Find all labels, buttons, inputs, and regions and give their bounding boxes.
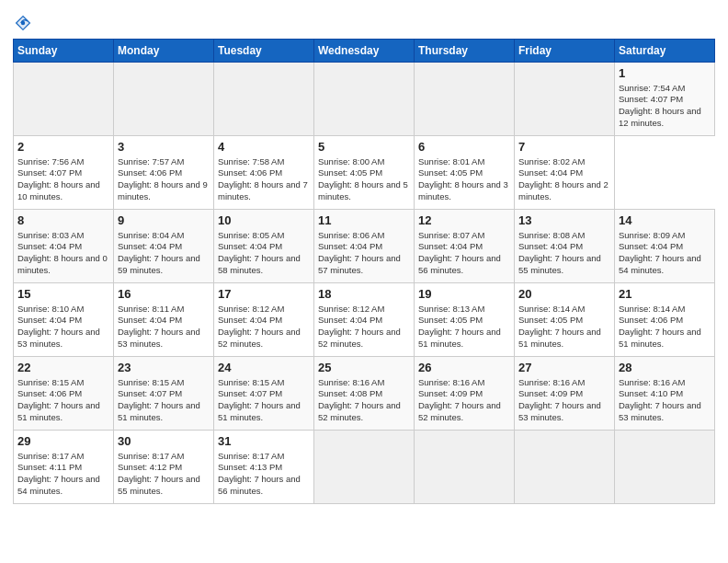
empty-cell <box>615 431 715 504</box>
day-number: 7 <box>518 139 610 155</box>
empty-cell <box>515 431 615 504</box>
calendar-week-4: 15Sunrise: 8:10 AMSunset: 4:04 PMDayligh… <box>14 283 715 357</box>
calendar-cell-30: 30Sunrise: 8:17 AMSunset: 4:12 PMDayligh… <box>114 431 214 504</box>
calendar-week-1: 1Sunrise: 7:54 AMSunset: 4:07 PMDaylight… <box>14 63 715 136</box>
weekday-header-sunday: Sunday <box>14 40 114 63</box>
day-number: 11 <box>318 213 410 229</box>
empty-cell <box>314 63 415 136</box>
day-number: 10 <box>218 213 310 229</box>
weekday-header-monday: Monday <box>114 40 214 63</box>
calendar-cell-19: 19Sunrise: 8:13 AMSunset: 4:05 PMDayligh… <box>415 283 515 357</box>
day-number: 13 <box>518 213 610 229</box>
day-number: 17 <box>218 286 310 303</box>
svg-point-2 <box>21 21 25 25</box>
calendar-cell-25: 25Sunrise: 8:16 AMSunset: 4:08 PMDayligh… <box>314 357 415 431</box>
calendar-cell-8: 8Sunrise: 8:03 AMSunset: 4:04 PMDaylight… <box>14 210 114 283</box>
calendar-cell-3: 3Sunrise: 7:57 AMSunset: 4:06 PMDaylight… <box>114 136 214 210</box>
day-number: 5 <box>318 139 410 155</box>
calendar-cell-28: 28Sunrise: 8:16 AMSunset: 4:10 PMDayligh… <box>615 357 715 431</box>
calendar-cell-9: 9Sunrise: 8:04 AMSunset: 4:04 PMDaylight… <box>114 210 214 283</box>
day-number: 28 <box>619 360 711 376</box>
calendar-cell-27: 27Sunrise: 8:16 AMSunset: 4:09 PMDayligh… <box>515 357 615 431</box>
day-number: 27 <box>518 360 610 376</box>
day-number: 4 <box>218 139 310 155</box>
weekday-header-wednesday: Wednesday <box>314 40 415 63</box>
calendar-cell-26: 26Sunrise: 8:16 AMSunset: 4:09 PMDayligh… <box>415 357 515 431</box>
day-number: 19 <box>418 286 510 303</box>
empty-cell <box>214 63 314 136</box>
calendar-cell-11: 11Sunrise: 8:06 AMSunset: 4:04 PMDayligh… <box>314 210 415 283</box>
day-number: 12 <box>418 213 510 229</box>
day-number: 30 <box>118 433 210 450</box>
calendar-cell-31: 31Sunrise: 8:17 AMSunset: 4:13 PMDayligh… <box>214 431 314 504</box>
calendar-cell-29: 29Sunrise: 8:17 AMSunset: 4:11 PMDayligh… <box>14 431 114 504</box>
calendar-cell-14: 14Sunrise: 8:09 AMSunset: 4:04 PMDayligh… <box>615 210 715 283</box>
page-container: SundayMondayTuesdayWednesdayThursdayFrid… <box>0 0 728 513</box>
empty-cell <box>415 431 515 504</box>
day-number: 14 <box>619 213 711 229</box>
calendar-week-2: 2Sunrise: 7:56 AMSunset: 4:07 PMDaylight… <box>14 136 715 210</box>
day-number: 22 <box>17 360 109 376</box>
calendar-cell-5: 5Sunrise: 8:00 AMSunset: 4:05 PMDaylight… <box>314 136 415 210</box>
day-number: 16 <box>118 286 210 303</box>
weekday-header-tuesday: Tuesday <box>214 40 314 63</box>
calendar-cell-17: 17Sunrise: 8:12 AMSunset: 4:04 PMDayligh… <box>214 283 314 357</box>
calendar-cell-10: 10Sunrise: 8:05 AMSunset: 4:04 PMDayligh… <box>214 210 314 283</box>
day-number: 31 <box>218 433 310 450</box>
day-number: 23 <box>118 360 210 376</box>
calendar-week-3: 8Sunrise: 8:03 AMSunset: 4:04 PMDaylight… <box>14 210 715 283</box>
calendar-week-5: 22Sunrise: 8:15 AMSunset: 4:06 PMDayligh… <box>14 357 715 431</box>
calendar-cell-15: 15Sunrise: 8:10 AMSunset: 4:04 PMDayligh… <box>14 283 114 357</box>
calendar-cell-4: 4Sunrise: 7:58 AMSunset: 4:06 PMDaylight… <box>214 136 314 210</box>
day-number: 29 <box>17 433 109 450</box>
weekday-header-thursday: Thursday <box>415 40 515 63</box>
calendar-cell-23: 23Sunrise: 8:15 AMSunset: 4:07 PMDayligh… <box>114 357 214 431</box>
calendar-cell-16: 16Sunrise: 8:11 AMSunset: 4:04 PMDayligh… <box>114 283 214 357</box>
weekday-header-saturday: Saturday <box>615 40 715 63</box>
calendar-cell-7: 7Sunrise: 8:02 AMSunset: 4:04 PMDaylight… <box>515 136 615 210</box>
day-number: 21 <box>619 286 711 303</box>
weekday-header-friday: Friday <box>515 40 615 63</box>
empty-cell <box>415 63 515 136</box>
day-number: 24 <box>218 360 310 376</box>
header <box>13 9 715 33</box>
calendar-cell-20: 20Sunrise: 8:14 AMSunset: 4:05 PMDayligh… <box>515 283 615 357</box>
calendar-cell-2: 2Sunrise: 7:56 AMSunset: 4:07 PMDaylight… <box>14 136 114 210</box>
empty-cell <box>14 63 114 136</box>
day-number: 3 <box>118 139 210 155</box>
weekday-header-row: SundayMondayTuesdayWednesdayThursdayFrid… <box>14 40 715 63</box>
calendar-cell-12: 12Sunrise: 8:07 AMSunset: 4:04 PMDayligh… <box>415 210 515 283</box>
logo <box>13 13 36 33</box>
calendar-cell-1: 1Sunrise: 7:54 AMSunset: 4:07 PMDaylight… <box>615 63 715 136</box>
day-number: 2 <box>17 139 109 155</box>
logo-icon <box>13 13 33 33</box>
calendar-cell-21: 21Sunrise: 8:14 AMSunset: 4:06 PMDayligh… <box>615 283 715 357</box>
empty-cell <box>515 63 615 136</box>
calendar-week-6: 29Sunrise: 8:17 AMSunset: 4:11 PMDayligh… <box>14 431 715 504</box>
calendar-table: SundayMondayTuesdayWednesdayThursdayFrid… <box>13 39 715 504</box>
empty-cell <box>314 431 415 504</box>
day-number: 6 <box>418 139 510 155</box>
day-number: 18 <box>318 286 410 303</box>
calendar-cell-18: 18Sunrise: 8:12 AMSunset: 4:04 PMDayligh… <box>314 283 415 357</box>
day-number: 26 <box>418 360 510 376</box>
day-number: 15 <box>17 286 109 303</box>
calendar-cell-13: 13Sunrise: 8:08 AMSunset: 4:04 PMDayligh… <box>515 210 615 283</box>
day-number: 25 <box>318 360 410 376</box>
empty-cell <box>114 63 214 136</box>
calendar-cell-22: 22Sunrise: 8:15 AMSunset: 4:06 PMDayligh… <box>14 357 114 431</box>
calendar-cell-24: 24Sunrise: 8:15 AMSunset: 4:07 PMDayligh… <box>214 357 314 431</box>
day-number: 20 <box>518 286 610 303</box>
day-number: 1 <box>619 65 711 82</box>
calendar-cell-6: 6Sunrise: 8:01 AMSunset: 4:05 PMDaylight… <box>415 136 515 210</box>
day-number: 9 <box>118 213 210 229</box>
day-number: 8 <box>17 213 109 229</box>
